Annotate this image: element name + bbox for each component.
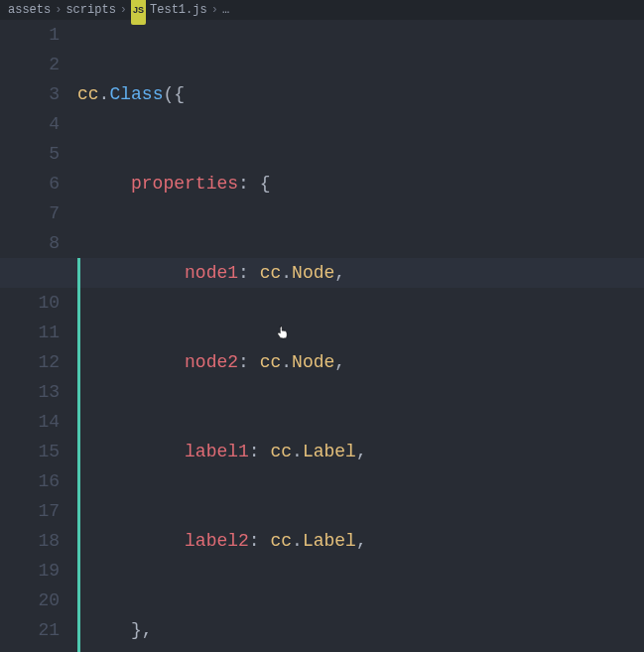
line-number[interactable]: 4: [0, 109, 60, 139]
line-number[interactable]: 19: [0, 556, 60, 586]
code-line: properties: {: [77, 169, 644, 198]
line-number[interactable]: 5: [0, 139, 60, 169]
code-editor[interactable]: 1 2 3 4 5 6 7 8 9 10 11 12 13 14 15 16 1…: [0, 20, 644, 652]
line-number[interactable]: 2: [0, 50, 60, 79]
git-diff-indicator: [77, 258, 80, 652]
line-number[interactable]: 12: [0, 347, 60, 377]
line-number[interactable]: 15: [0, 437, 60, 466]
line-number[interactable]: 13: [0, 377, 60, 407]
line-number[interactable]: 6: [0, 169, 60, 198]
line-number[interactable]: 21: [0, 615, 60, 645]
code-content[interactable]: cc.Class({ properties: { node1: cc.Node,…: [77, 20, 644, 652]
line-number[interactable]: 10: [0, 288, 60, 318]
code-line: label2: cc.Label,: [77, 526, 644, 556]
line-number[interactable]: 8: [0, 228, 60, 258]
line-number[interactable]: 7: [0, 198, 60, 228]
line-number[interactable]: 20: [0, 586, 60, 615]
line-number-gutter: 1 2 3 4 5 6 7 8 9 10 11 12 13 14 15 16 1…: [0, 20, 77, 652]
line-number[interactable]: 1: [0, 20, 60, 50]
code-line: },: [77, 615, 644, 645]
line-number[interactable]: 14: [0, 407, 60, 437]
breadcrumb[interactable]: assets › scripts › JS Test1.js › …: [0, 0, 644, 20]
code-line: cc.Class({: [77, 79, 644, 109]
code-line: label1: cc.Label,: [77, 437, 644, 466]
line-number[interactable]: 3: [0, 79, 60, 109]
line-number[interactable]: 18: [0, 526, 60, 556]
line-number[interactable]: 11: [0, 318, 60, 347]
line-number[interactable]: 17: [0, 496, 60, 526]
code-line: node2: cc.Node,: [77, 347, 644, 377]
line-number[interactable]: 16: [0, 466, 60, 496]
code-line: node1: cc.Node,: [77, 258, 644, 288]
